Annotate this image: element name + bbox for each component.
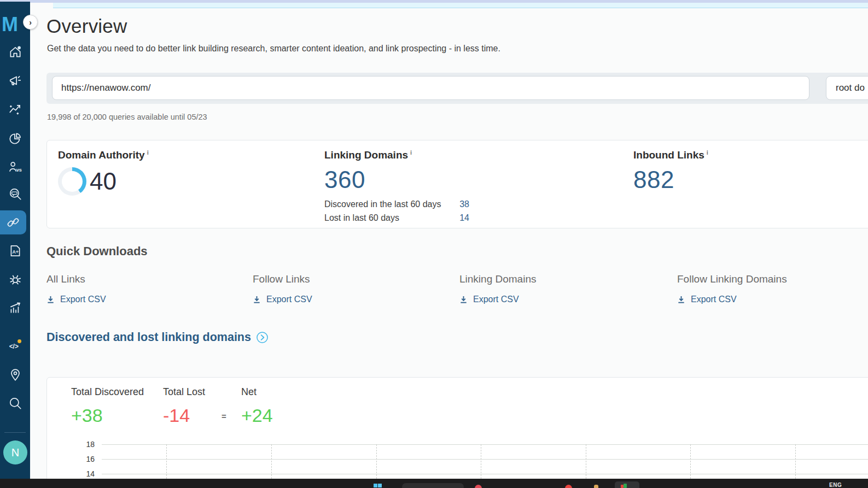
link-icon [6, 215, 20, 230]
download-icon [46, 296, 55, 304]
net-stat: Net +24 [241, 386, 273, 426]
sidebar-item-rankings[interactable] [0, 97, 30, 121]
sidebar-item-campaigns[interactable] [0, 69, 30, 93]
sidebar-item-search[interactable] [0, 391, 30, 415]
net-value: +24 [241, 405, 273, 426]
url-search-bar: root do [46, 73, 868, 104]
trend-icon [8, 102, 22, 116]
download-icon [459, 296, 468, 304]
sidebar-item-developer[interactable]: </> [0, 333, 30, 357]
linking-domains-value[interactable]: 360 [324, 166, 469, 193]
vs-compare-icon: vs [8, 160, 22, 174]
sidebar-item-reports[interactable] [0, 126, 30, 150]
page-subtitle: Get the data you need to do better link … [47, 44, 500, 54]
moz-link-explorer-overview: M vs [0, 0, 868, 488]
url-input[interactable] [52, 76, 809, 100]
language-indicator[interactable]: ENG [829, 482, 842, 488]
sidebar-item-performance[interactable] [0, 296, 30, 320]
quick-downloads-title: Quick Downloads [46, 244, 148, 258]
inbound-links-metric: Inbound Linksi 882 [633, 149, 708, 193]
inbound-links-title: Inbound Linksi [633, 149, 708, 161]
queries-available-note: 19,998 of 20,000 queries available until… [47, 113, 207, 121]
domain-authority-metric: Domain Authorityi 40 [58, 149, 149, 196]
quick-download-follow-linking-domains: Follow Linking Domains Export CSV [677, 273, 787, 304]
taskbar-app-icon[interactable] [475, 485, 482, 488]
svg-text:A+: A+ [12, 249, 18, 255]
download-icon [677, 296, 685, 304]
megaphone-icon [8, 74, 22, 88]
info-icon[interactable]: i [147, 149, 149, 156]
gridline-18 [102, 444, 868, 445]
discovered-lost-chart-card: Total Discovered +38 Total Lost -14 = Ne… [46, 377, 868, 488]
total-discovered-value: +38 [71, 405, 144, 426]
sidebar-item-home[interactable] [0, 40, 30, 64]
ytick-16: 16 [73, 455, 95, 463]
sidebar-item-competitive-research[interactable]: vs [0, 155, 30, 179]
gridline-16 [102, 459, 868, 460]
linking-domains-metric: Linking Domainsi 360 Discovered in the l… [324, 149, 469, 225]
gridline-14 [102, 474, 868, 474]
equals-sign: = [222, 411, 226, 421]
page-title: Overview [46, 15, 127, 37]
sidebar-item-keyword-research[interactable] [0, 182, 30, 206]
circle-chevron-right-icon [256, 331, 269, 344]
domain-authority-donut [58, 167, 86, 196]
svg-text:vs: vs [16, 167, 21, 173]
discovered-value-link[interactable]: 38 [459, 199, 469, 209]
discovered-lost-section-link[interactable]: Discovered and lost linking domains [46, 331, 269, 344]
lost-row: Lost in last 60 days 14 [324, 211, 469, 225]
inbound-links-value[interactable]: 882 [633, 166, 708, 193]
page-grade-icon: A+ [8, 244, 22, 258]
domain-authority-title: Domain Authorityi [58, 149, 149, 161]
export-csv-all-links[interactable]: Export CSV [46, 295, 106, 304]
quick-download-all-links: All Links Export CSV [46, 273, 106, 304]
keyword-search-icon [8, 187, 22, 201]
sidebar-item-local[interactable] [0, 363, 30, 387]
ytick-18: 18 [73, 440, 95, 449]
code-badge-dot [18, 339, 21, 343]
moz-logo[interactable]: M [0, 16, 22, 33]
taskbar-active-app[interactable] [615, 481, 639, 488]
linking-domains-title: Linking Domainsi [324, 149, 469, 161]
windows-start-icon[interactable] [374, 484, 382, 488]
discovered-row: Discovered in the last 60 days 38 [324, 197, 469, 211]
code-icon: </> [8, 338, 22, 352]
search-icon [8, 396, 22, 410]
total-discovered-stat: Total Discovered +38 [71, 386, 144, 426]
export-csv-follow-links[interactable]: Export CSV [253, 295, 312, 304]
home-icon [8, 45, 22, 59]
info-icon[interactable]: i [410, 149, 412, 156]
quick-download-linking-domains: Linking Domains Export CSV [459, 273, 536, 304]
notification-bar [53, 3, 868, 8]
os-taskbar: ENG [0, 479, 868, 488]
pie-chart-icon [8, 131, 22, 145]
sidebar: M vs [0, 2, 30, 488]
domain-authority-value: 40 [90, 168, 116, 195]
metrics-card: Domain Authorityi 40 Linking Domainsi 36… [46, 140, 868, 228]
info-icon[interactable]: i [707, 149, 708, 156]
total-lost-stat: Total Lost -14 [163, 386, 205, 426]
lost-value-link[interactable]: 14 [459, 213, 469, 223]
user-avatar[interactable]: N [3, 440, 27, 465]
sidebar-expand-button[interactable]: › [23, 15, 38, 30]
sidebar-item-link-research[interactable] [0, 210, 26, 234]
export-csv-linking-domains[interactable]: Export CSV [459, 295, 536, 304]
total-lost-value: -14 [163, 405, 205, 426]
svg-text:</>: </> [9, 343, 18, 350]
sidebar-item-on-page-grader[interactable]: A+ [0, 239, 30, 263]
chart-growth-icon [8, 301, 22, 315]
sidebar-item-crawl[interactable] [0, 267, 30, 291]
download-icon [253, 296, 261, 304]
scope-dropdown[interactable]: root do [826, 76, 868, 100]
export-csv-follow-linking-domains[interactable]: Export CSV [677, 295, 787, 304]
crawler-spider-icon [8, 272, 22, 286]
taskbar-app-icon[interactable] [594, 485, 598, 488]
taskbar-search-box[interactable] [402, 483, 464, 488]
location-pin-icon [8, 368, 22, 382]
quick-download-follow-links: Follow Links Export CSV [253, 273, 312, 304]
sidebar-divider [4, 432, 26, 433]
ytick-14: 14 [73, 469, 95, 478]
taskbar-app-icon[interactable] [565, 485, 572, 488]
